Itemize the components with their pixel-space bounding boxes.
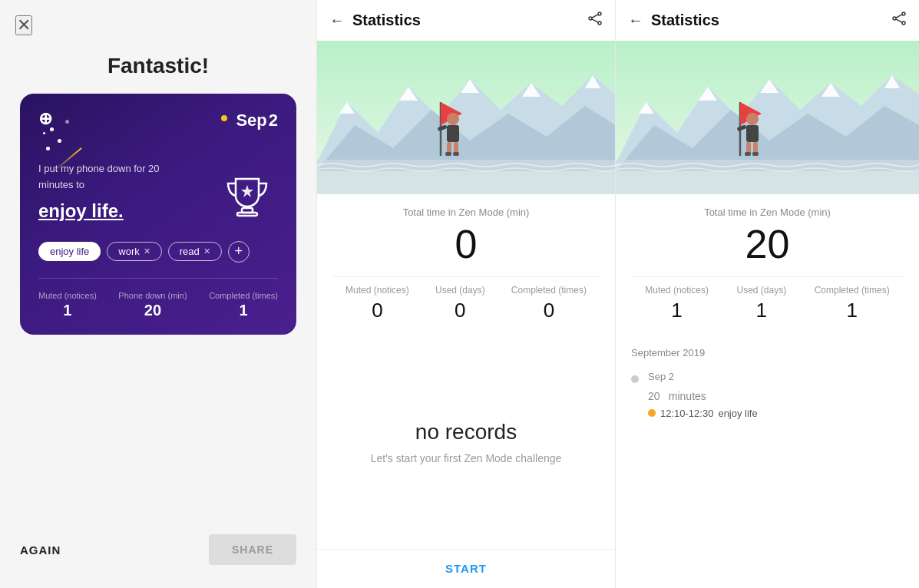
tag-read-remove[interactable]: ✕ xyxy=(203,246,210,256)
middle-back-button[interactable]: ← xyxy=(329,12,345,29)
trophy-icon xyxy=(217,164,278,226)
page-title: Fantastic! xyxy=(107,54,209,78)
svg-rect-24 xyxy=(453,152,459,156)
card-stat-completed: Completed (times) 1 xyxy=(209,291,278,319)
right-zen-label: Total time in Zen Mode (min) xyxy=(704,206,831,218)
middle-stat-completed: Completed (times) 0 xyxy=(511,285,587,322)
right-mountain-scene xyxy=(616,41,919,194)
no-records-title: no records xyxy=(415,420,517,444)
svg-line-30 xyxy=(896,15,902,18)
add-tag-button[interactable]: + xyxy=(228,241,250,263)
svg-rect-19 xyxy=(447,125,459,142)
middle-title: Statistics xyxy=(352,12,587,29)
history-tag-label: enjoy life xyxy=(718,408,757,419)
right-stat-muted: Muted (notices) 1 xyxy=(645,285,709,322)
svg-rect-46 xyxy=(745,152,751,156)
svg-point-3 xyxy=(598,12,601,15)
history-tag-color-dot xyxy=(648,409,656,417)
middle-stats-row: Muted (notices) 0 Used (days) 0 Complete… xyxy=(332,276,600,322)
tag-work[interactable]: work ✕ xyxy=(107,242,161,261)
card-stat-muted: Muted (notices) 1 xyxy=(38,291,97,319)
yellow-dot-decor xyxy=(221,115,227,121)
svg-rect-23 xyxy=(445,152,451,156)
right-stats-section: Total time in Zen Mode (min) 20 Muted (n… xyxy=(616,194,919,335)
left-panel: ✕ Fantastic! ⊕ Sep2 I put my phone down … xyxy=(0,0,316,588)
history-entry-content: Sep 2 20 minutes 12:10-12:30 enjoy life xyxy=(648,371,758,419)
middle-no-records: no records Let's start your first Zen Mo… xyxy=(317,335,615,549)
card-body-text: I put my phone down for 20 minutes to en… xyxy=(38,161,177,226)
svg-rect-42 xyxy=(746,125,759,142)
right-stats-row: Muted (notices) 1 Used (days) 1 Complete… xyxy=(631,276,904,322)
card-stars-decor xyxy=(43,132,45,134)
start-button[interactable]: START xyxy=(445,562,487,575)
svg-point-28 xyxy=(893,17,896,20)
no-records-subtitle: Let's start your first Zen Mode challeng… xyxy=(371,452,562,464)
right-history-section: September 2019 Sep 2 20 minutes 12:10-12… xyxy=(616,335,919,588)
middle-mountain-scene xyxy=(317,41,615,194)
svg-rect-1 xyxy=(237,213,257,216)
right-share-icon[interactable] xyxy=(891,11,907,30)
middle-stat-muted: Muted (notices) 0 xyxy=(345,285,409,322)
svg-point-27 xyxy=(902,21,905,25)
right-header: ← Statistics xyxy=(616,0,919,41)
svg-line-6 xyxy=(592,19,598,22)
card-stats: Muted (notices) 1 Phone down (min) 20 Co… xyxy=(38,278,278,319)
svg-marker-2 xyxy=(241,185,253,197)
tag-enjoy-life[interactable]: enjoy life xyxy=(38,242,101,261)
svg-point-4 xyxy=(598,21,601,25)
history-entry: Sep 2 20 minutes 12:10-12:30 enjoy life xyxy=(631,371,904,419)
svg-line-7 xyxy=(592,15,598,18)
history-time-range: 12:10-12:30 xyxy=(660,408,713,419)
middle-header: ← Statistics xyxy=(317,0,615,41)
svg-point-43 xyxy=(746,113,759,125)
middle-zen-label: Total time in Zen Mode (min) xyxy=(403,206,530,218)
close-button[interactable]: ✕ xyxy=(15,15,32,35)
history-dot xyxy=(631,375,639,383)
zen-card: ⊕ Sep2 I put my phone down for 20 minute… xyxy=(20,94,296,335)
tag-read[interactable]: read ✕ xyxy=(168,242,222,261)
history-month: September 2019 xyxy=(631,347,904,358)
share-button[interactable]: SHARE xyxy=(209,534,296,565)
start-btn-container: START xyxy=(317,549,615,588)
svg-rect-47 xyxy=(752,152,759,156)
right-stat-completed: Completed (times) 1 xyxy=(815,285,890,322)
card-stat-phone-down: Phone down (min) 20 xyxy=(118,291,187,319)
middle-panel: ← Statistics xyxy=(316,0,616,588)
right-panel: ← Statistics xyxy=(616,0,919,588)
right-title: Statistics xyxy=(651,12,891,29)
history-entry-time: 20 minutes xyxy=(648,382,758,405)
bottom-buttons: AGAIN SHARE xyxy=(20,534,296,573)
again-button[interactable]: AGAIN xyxy=(20,543,61,557)
middle-stats-section: Total time in Zen Mode (min) 0 Muted (no… xyxy=(317,194,615,335)
right-stat-used: Used (days) 1 xyxy=(736,285,786,322)
svg-point-5 xyxy=(589,17,592,20)
right-back-button[interactable]: ← xyxy=(628,12,643,29)
card-date: Sep2 xyxy=(234,111,278,130)
card-tags: enjoy life work ✕ read ✕ + xyxy=(38,241,278,263)
middle-share-icon[interactable] xyxy=(587,11,603,30)
card-body: I put my phone down for 20 minutes to en… xyxy=(38,161,278,226)
right-zen-value: 20 xyxy=(745,224,790,264)
history-entry-date: Sep 2 xyxy=(648,371,758,382)
middle-zen-value: 0 xyxy=(455,224,478,264)
svg-point-26 xyxy=(902,12,905,15)
middle-stat-used: Used (days) 0 xyxy=(435,285,485,322)
tag-work-remove[interactable]: ✕ xyxy=(144,246,150,256)
card-header: ⊕ Sep2 xyxy=(38,111,278,130)
oneplus-logo: ⊕ xyxy=(38,111,52,127)
svg-point-20 xyxy=(447,113,459,125)
svg-line-29 xyxy=(896,19,902,22)
history-entry-tag: 12:10-12:30 enjoy life xyxy=(648,408,758,419)
